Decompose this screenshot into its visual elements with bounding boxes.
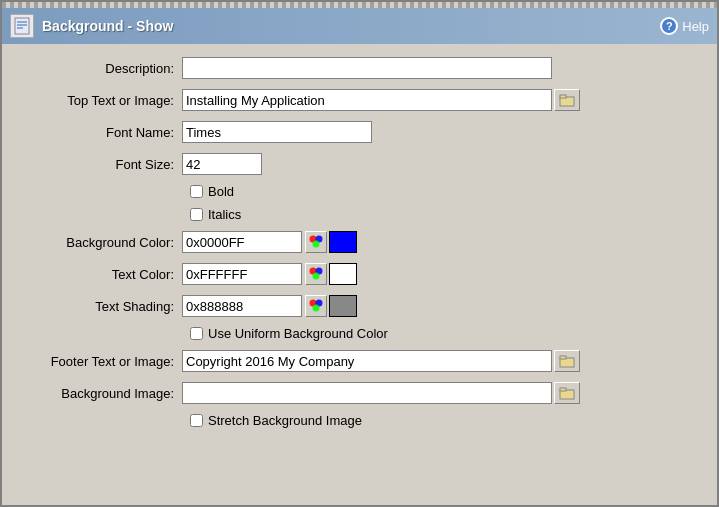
font-name-row: Font Name:: [22, 120, 697, 144]
uniform-color-label: Use Uniform Background Color: [208, 326, 388, 341]
top-text-row: Top Text or Image:: [22, 88, 697, 112]
bg-color-picker-button[interactable]: [305, 231, 327, 253]
text-color-label: Text Color:: [22, 267, 182, 282]
help-label: Help: [682, 19, 709, 34]
footer-text-row: Footer Text or Image:: [22, 349, 697, 373]
text-color-picker-button[interactable]: [305, 263, 327, 285]
text-shading-container: [182, 295, 357, 317]
description-label: Description:: [22, 61, 182, 76]
bg-image-container: [182, 382, 580, 404]
footer-text-input[interactable]: [182, 350, 552, 372]
bold-row: Bold: [22, 184, 697, 199]
italics-label: Italics: [208, 207, 241, 222]
svg-rect-16: [560, 356, 566, 359]
text-color-input[interactable]: [182, 263, 302, 285]
stretch-image-row: Stretch Background Image: [22, 413, 697, 428]
svg-rect-0: [15, 18, 29, 34]
svg-rect-18: [560, 388, 566, 391]
top-text-container: [182, 89, 580, 111]
top-text-input[interactable]: [182, 89, 552, 111]
window-icon: [10, 14, 34, 38]
svg-point-14: [313, 305, 320, 312]
help-button[interactable]: ? Help: [660, 17, 709, 35]
uniform-color-row: Use Uniform Background Color: [22, 326, 697, 341]
text-color-container: [182, 263, 357, 285]
help-icon: ?: [660, 17, 678, 35]
top-text-browse-button[interactable]: [554, 89, 580, 111]
bg-image-label: Background Image:: [22, 386, 182, 401]
description-input[interactable]: [182, 57, 552, 79]
bg-color-input[interactable]: [182, 231, 302, 253]
svg-rect-5: [560, 95, 566, 98]
text-shading-swatch[interactable]: [329, 295, 357, 317]
svg-point-11: [313, 273, 320, 280]
font-size-row: Font Size:: [22, 152, 697, 176]
main-window: Background - Show ? Help Description: To…: [0, 0, 719, 507]
svg-point-8: [313, 241, 320, 248]
title-bar: Background - Show ? Help: [2, 8, 717, 44]
window-title: Background - Show: [42, 18, 173, 34]
bold-checkbox[interactable]: [190, 185, 203, 198]
bold-label: Bold: [208, 184, 234, 199]
footer-text-browse-button[interactable]: [554, 350, 580, 372]
uniform-color-checkbox[interactable]: [190, 327, 203, 340]
text-color-row: Text Color:: [22, 262, 697, 286]
text-color-swatch[interactable]: [329, 263, 357, 285]
description-row: Description:: [22, 56, 697, 80]
text-shading-row: Text Shading:: [22, 294, 697, 318]
bg-image-browse-button[interactable]: [554, 382, 580, 404]
text-shading-input[interactable]: [182, 295, 302, 317]
bg-color-container: [182, 231, 357, 253]
bg-color-row: Background Color:: [22, 230, 697, 254]
italics-checkbox[interactable]: [190, 208, 203, 221]
footer-text-label: Footer Text or Image:: [22, 354, 182, 369]
font-name-label: Font Name:: [22, 125, 182, 140]
title-bar-left: Background - Show: [10, 14, 173, 38]
bg-image-row: Background Image:: [22, 381, 697, 405]
bg-image-input[interactable]: [182, 382, 552, 404]
font-name-input[interactable]: [182, 121, 372, 143]
font-size-input[interactable]: [182, 153, 262, 175]
footer-text-container: [182, 350, 580, 372]
text-shading-picker-button[interactable]: [305, 295, 327, 317]
form-content: Description: Top Text or Image: Font Nam…: [2, 44, 717, 505]
top-text-label: Top Text or Image:: [22, 93, 182, 108]
text-shading-label: Text Shading:: [22, 299, 182, 314]
bg-color-label: Background Color:: [22, 235, 182, 250]
italics-row: Italics: [22, 207, 697, 222]
bg-color-swatch[interactable]: [329, 231, 357, 253]
font-size-label: Font Size:: [22, 157, 182, 172]
stretch-image-checkbox[interactable]: [190, 414, 203, 427]
stretch-image-label: Stretch Background Image: [208, 413, 362, 428]
